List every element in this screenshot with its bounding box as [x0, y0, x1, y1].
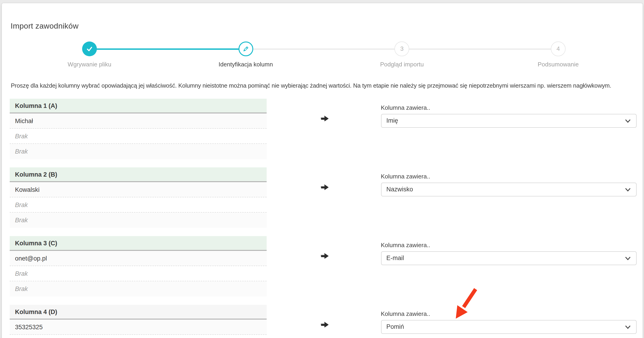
chevron-down-icon [625, 325, 630, 329]
table-row: 35325325 [10, 319, 267, 335]
step-4-label: Podsumowanie [538, 61, 579, 68]
chevron-down-icon [625, 256, 630, 261]
check-icon [85, 44, 94, 53]
column-2-mapping: Kolumna zawiera.. Nazwisko [381, 173, 636, 196]
step-3-circle[interactable]: 3 [395, 41, 410, 56]
arrow-right-icon [320, 252, 330, 260]
column-block-1: Kolumna 1 (A) Michał Brak Brak Kolumna z… [2, 98, 642, 159]
column-2-mapping-select[interactable]: Nazwisko [381, 183, 636, 196]
mapping-label: Kolumna zawiera.. [381, 173, 636, 180]
table-row: Brak [10, 212, 267, 228]
step-1-label: Wgrywanie pliku [68, 61, 111, 68]
step-4-number: 4 [556, 45, 560, 52]
column-4-preview-table: Kolumna 4 (D) 35325325 Brak [10, 305, 267, 338]
column-header: Kolumna 3 (C) [10, 236, 267, 251]
selected-option: Pomiń [386, 321, 404, 334]
column-block-4: Kolumna 4 (D) 35325325 Brak Kolumna zawi… [2, 305, 642, 338]
table-row: Brak [10, 335, 267, 338]
import-card: Import zawodników Wgrywanie pliku I [2, 3, 642, 338]
column-4-mapping-select[interactable]: Pomiń [381, 320, 636, 334]
column-3-preview-table: Kolumna 3 (C) onet@op.pl Brak Brak [10, 236, 267, 296]
selected-option: Imię [386, 114, 398, 127]
red-arrow-annotation [439, 279, 485, 322]
page-background: Import zawodników Wgrywanie pliku I [0, 0, 644, 338]
table-row: Brak [10, 128, 267, 144]
table-row: Brak [10, 197, 267, 212]
column-block-2: Kolumna 2 (B) Kowalski Brak Brak Kolumna… [2, 167, 642, 228]
column-1-preview-table: Kolumna 1 (A) Michał Brak Brak [10, 98, 267, 159]
column-4-mapping: Kolumna zawiera.. Pomiń [381, 310, 636, 334]
mapping-label: Kolumna zawiera.. [381, 104, 636, 111]
arrow-right-icon [320, 115, 330, 122]
step-3-number: 3 [400, 45, 404, 52]
column-header: Kolumna 4 (D) [10, 305, 267, 319]
column-3-mapping-select[interactable]: E-mail [381, 251, 636, 265]
wizard-stepper: Wgrywanie pliku Identyfikacja kolumn 3 P… [2, 3, 642, 72]
column-header: Kolumna 1 (A) [10, 98, 267, 113]
stepper-connector [402, 48, 558, 49]
column-2-preview-table: Kolumna 2 (B) Kowalski Brak Brak [10, 167, 267, 228]
selected-option: Nazwisko [386, 183, 413, 196]
column-3-mapping: Kolumna zawiera.. E-mail [381, 241, 636, 265]
step-3-label: Podgląd importu [380, 61, 424, 68]
table-row: Kowalski [10, 182, 267, 197]
arrow-right-icon [320, 321, 330, 329]
table-row: Brak [10, 266, 267, 281]
stepper-connector [246, 48, 402, 49]
mapping-label: Kolumna zawiera.. [381, 310, 636, 317]
table-row: Brak [10, 144, 267, 159]
instruction-text: Proszę dla każdej kolumny wybrać opowiad… [11, 82, 638, 89]
table-row: onet@op.pl [10, 251, 267, 266]
column-1-mapping: Kolumna zawiera.. Imię [381, 104, 636, 128]
arrow-right-icon [320, 183, 330, 191]
step-4-circle[interactable]: 4 [551, 41, 566, 56]
pencil-icon [242, 45, 249, 52]
column-header: Kolumna 2 (B) [10, 167, 267, 182]
mapping-label: Kolumna zawiera.. [381, 241, 636, 248]
column-1-mapping-select[interactable]: Imię [381, 114, 636, 128]
chevron-down-icon [625, 188, 630, 192]
column-block-3: Kolumna 3 (C) onet@op.pl Brak Brak Kolum… [2, 236, 642, 296]
stepper-connector-done [90, 48, 246, 49]
chevron-down-icon [625, 119, 630, 123]
step-2-circle[interactable] [238, 41, 253, 56]
step-2-label: Identyfikacja kolumn [219, 61, 273, 68]
selected-option: E-mail [386, 252, 404, 265]
table-row: Michał [10, 113, 267, 128]
table-row: Brak [10, 281, 267, 296]
step-1-circle[interactable] [82, 41, 97, 56]
